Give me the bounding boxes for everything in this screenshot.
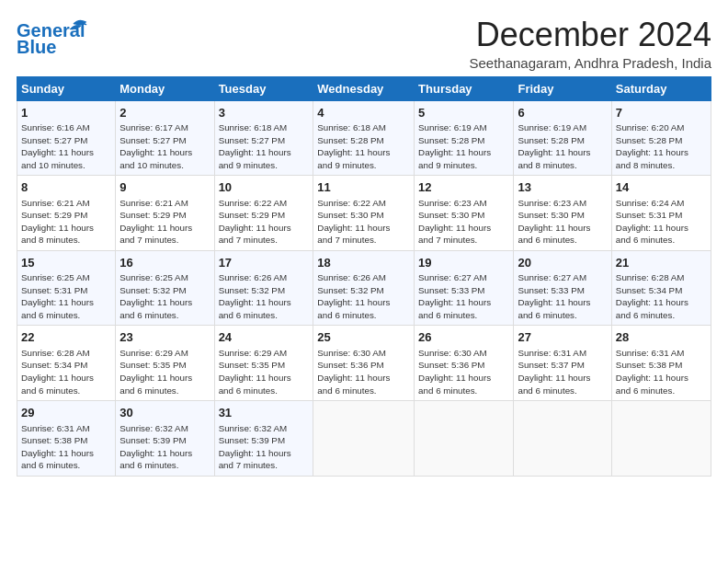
- calendar-cell: 27Sunrise: 6:31 AM Sunset: 5:37 PM Dayli…: [514, 326, 611, 401]
- cell-text: Sunrise: 6:27 AM Sunset: 5:33 PM Dayligh…: [418, 271, 509, 321]
- day-number: 19: [418, 255, 509, 271]
- calendar-week-row: 1Sunrise: 6:16 AM Sunset: 5:27 PM Daylig…: [17, 100, 711, 176]
- day-number: 23: [119, 329, 210, 346]
- day-number: 10: [219, 179, 310, 196]
- cell-text: Sunrise: 6:23 AM Sunset: 5:30 PM Dayligh…: [518, 197, 607, 247]
- day-number: 20: [518, 255, 607, 271]
- calendar-header-row: SundayMondayTuesdayWednesdayThursdayFrid…: [17, 76, 711, 100]
- day-number: 17: [219, 255, 310, 271]
- cell-text: Sunrise: 6:28 AM Sunset: 5:34 PM Dayligh…: [21, 347, 111, 396]
- day-number: 14: [616, 179, 707, 196]
- header: General Blue December 2024 Seethanagaram…: [17, 17, 711, 71]
- cell-text: Sunrise: 6:20 AM Sunset: 5:28 PM Dayligh…: [616, 121, 707, 171]
- cell-text: Sunrise: 6:26 AM Sunset: 5:32 PM Dayligh…: [317, 271, 410, 321]
- title-block: December 2024 Seethanagaram, Andhra Prad…: [469, 17, 711, 71]
- cell-text: Sunrise: 6:31 AM Sunset: 5:38 PM Dayligh…: [21, 422, 111, 472]
- calendar-cell: 5Sunrise: 6:19 AM Sunset: 5:28 PM Daylig…: [415, 100, 514, 176]
- cell-text: Sunrise: 6:32 AM Sunset: 5:39 PM Dayligh…: [119, 422, 210, 472]
- calendar-cell: 13Sunrise: 6:23 AM Sunset: 5:30 PM Dayli…: [514, 176, 611, 251]
- calendar-cell: 21Sunrise: 6:28 AM Sunset: 5:34 PM Dayli…: [611, 250, 711, 326]
- calendar-cell: 23Sunrise: 6:29 AM Sunset: 5:35 PM Dayli…: [116, 326, 214, 401]
- day-number: 4: [317, 105, 410, 121]
- calendar-cell: 7Sunrise: 6:20 AM Sunset: 5:28 PM Daylig…: [611, 100, 711, 176]
- cell-text: Sunrise: 6:17 AM Sunset: 5:27 PM Dayligh…: [119, 121, 210, 171]
- calendar-week-row: 15Sunrise: 6:25 AM Sunset: 5:31 PM Dayli…: [17, 250, 711, 326]
- day-number: 6: [518, 105, 607, 121]
- day-number: 13: [518, 179, 607, 196]
- calendar-cell: 8Sunrise: 6:21 AM Sunset: 5:29 PM Daylig…: [17, 176, 116, 251]
- cell-text: Sunrise: 6:19 AM Sunset: 5:28 PM Dayligh…: [518, 121, 607, 171]
- cell-text: Sunrise: 6:30 AM Sunset: 5:36 PM Dayligh…: [418, 347, 509, 396]
- calendar-cell: 31Sunrise: 6:32 AM Sunset: 5:39 PM Dayli…: [214, 401, 313, 477]
- cell-text: Sunrise: 6:21 AM Sunset: 5:29 PM Dayligh…: [21, 197, 111, 247]
- calendar-cell: 26Sunrise: 6:30 AM Sunset: 5:36 PM Dayli…: [415, 326, 514, 401]
- calendar-cell: 14Sunrise: 6:24 AM Sunset: 5:31 PM Dayli…: [611, 176, 711, 251]
- calendar-cell: [611, 401, 711, 477]
- day-number: 15: [21, 255, 111, 271]
- calendar-cell: 20Sunrise: 6:27 AM Sunset: 5:33 PM Dayli…: [514, 250, 611, 326]
- cell-text: Sunrise: 6:32 AM Sunset: 5:39 PM Dayligh…: [219, 422, 310, 472]
- calendar-cell: [514, 401, 611, 477]
- calendar-cell: 30Sunrise: 6:32 AM Sunset: 5:39 PM Dayli…: [116, 401, 214, 477]
- day-number: 24: [219, 329, 310, 346]
- day-number: 16: [119, 255, 210, 271]
- calendar-cell: [415, 401, 514, 477]
- calendar-header-tuesday: Tuesday: [214, 76, 313, 100]
- day-number: 22: [21, 329, 111, 346]
- day-number: 8: [21, 179, 111, 196]
- cell-text: Sunrise: 6:31 AM Sunset: 5:38 PM Dayligh…: [616, 347, 707, 396]
- calendar-cell: 22Sunrise: 6:28 AM Sunset: 5:34 PM Dayli…: [17, 326, 116, 401]
- calendar-cell: 10Sunrise: 6:22 AM Sunset: 5:29 PM Dayli…: [214, 176, 313, 251]
- logo-icon: General Blue: [17, 17, 90, 59]
- day-number: 11: [317, 179, 410, 196]
- calendar-table: SundayMondayTuesdayWednesdayThursdayFrid…: [17, 76, 711, 477]
- calendar-week-row: 29Sunrise: 6:31 AM Sunset: 5:38 PM Dayli…: [17, 401, 711, 477]
- calendar-cell: 4Sunrise: 6:18 AM Sunset: 5:28 PM Daylig…: [313, 100, 415, 176]
- calendar-cell: 16Sunrise: 6:25 AM Sunset: 5:32 PM Dayli…: [116, 250, 214, 326]
- cell-text: Sunrise: 6:31 AM Sunset: 5:37 PM Dayligh…: [518, 347, 607, 396]
- cell-text: Sunrise: 6:25 AM Sunset: 5:32 PM Dayligh…: [119, 271, 210, 321]
- calendar-cell: 3Sunrise: 6:18 AM Sunset: 5:27 PM Daylig…: [214, 100, 313, 176]
- cell-text: Sunrise: 6:24 AM Sunset: 5:31 PM Dayligh…: [616, 197, 707, 247]
- calendar-cell: 18Sunrise: 6:26 AM Sunset: 5:32 PM Dayli…: [313, 250, 415, 326]
- calendar-header-thursday: Thursday: [415, 76, 514, 100]
- day-number: 29: [21, 405, 111, 421]
- calendar-cell: 1Sunrise: 6:16 AM Sunset: 5:27 PM Daylig…: [17, 100, 116, 176]
- cell-text: Sunrise: 6:19 AM Sunset: 5:28 PM Dayligh…: [418, 121, 509, 171]
- cell-text: Sunrise: 6:30 AM Sunset: 5:36 PM Dayligh…: [317, 347, 410, 396]
- calendar-cell: 11Sunrise: 6:22 AM Sunset: 5:30 PM Dayli…: [313, 176, 415, 251]
- subtitle: Seethanagaram, Andhra Pradesh, India: [469, 55, 711, 71]
- day-number: 28: [616, 329, 707, 346]
- day-number: 12: [418, 179, 509, 196]
- calendar-cell: 9Sunrise: 6:21 AM Sunset: 5:29 PM Daylig…: [116, 176, 214, 251]
- day-number: 18: [317, 255, 410, 271]
- calendar-cell: 19Sunrise: 6:27 AM Sunset: 5:33 PM Dayli…: [415, 250, 514, 326]
- day-number: 21: [616, 255, 707, 271]
- cell-text: Sunrise: 6:28 AM Sunset: 5:34 PM Dayligh…: [616, 271, 707, 321]
- calendar-header-monday: Monday: [116, 76, 214, 100]
- month-title: December 2024: [469, 17, 711, 53]
- calendar-cell: 12Sunrise: 6:23 AM Sunset: 5:30 PM Dayli…: [415, 176, 514, 251]
- calendar-cell: 17Sunrise: 6:26 AM Sunset: 5:32 PM Dayli…: [214, 250, 313, 326]
- day-number: 26: [418, 329, 509, 346]
- svg-text:Blue: Blue: [17, 37, 56, 55]
- day-number: 25: [317, 329, 410, 346]
- cell-text: Sunrise: 6:18 AM Sunset: 5:27 PM Dayligh…: [219, 121, 310, 171]
- day-number: 9: [119, 179, 210, 196]
- calendar-cell: [313, 401, 415, 477]
- cell-text: Sunrise: 6:25 AM Sunset: 5:31 PM Dayligh…: [21, 271, 111, 321]
- calendar-week-row: 22Sunrise: 6:28 AM Sunset: 5:34 PM Dayli…: [17, 326, 711, 401]
- cell-text: Sunrise: 6:27 AM Sunset: 5:33 PM Dayligh…: [518, 271, 607, 321]
- day-number: 2: [119, 105, 210, 121]
- cell-text: Sunrise: 6:16 AM Sunset: 5:27 PM Dayligh…: [21, 121, 111, 171]
- calendar-header-wednesday: Wednesday: [313, 76, 415, 100]
- cell-text: Sunrise: 6:21 AM Sunset: 5:29 PM Dayligh…: [119, 197, 210, 247]
- day-number: 31: [219, 405, 310, 421]
- day-number: 3: [219, 105, 310, 121]
- calendar-header-friday: Friday: [514, 76, 611, 100]
- cell-text: Sunrise: 6:29 AM Sunset: 5:35 PM Dayligh…: [119, 347, 210, 396]
- calendar-cell: 24Sunrise: 6:29 AM Sunset: 5:35 PM Dayli…: [214, 326, 313, 401]
- calendar-header-saturday: Saturday: [611, 76, 711, 100]
- day-number: 7: [616, 105, 707, 121]
- calendar-week-row: 8Sunrise: 6:21 AM Sunset: 5:29 PM Daylig…: [17, 176, 711, 251]
